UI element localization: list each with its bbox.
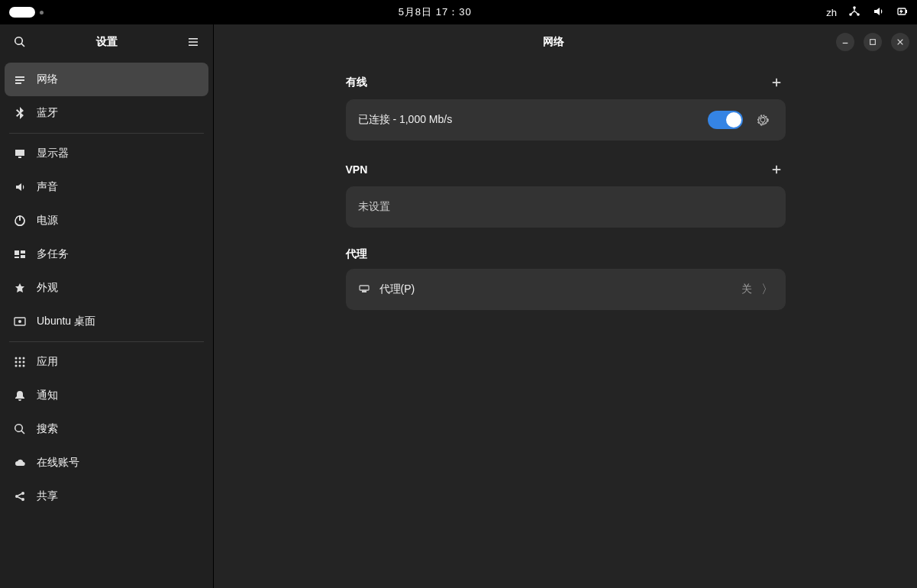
bell-icon	[14, 389, 26, 402]
multitask-icon	[14, 248, 26, 260]
chevron-right-icon: 〉	[761, 282, 773, 298]
sidebar-item-power[interactable]: 电源	[5, 204, 208, 237]
wired-title: 有线	[346, 76, 367, 89]
ime-indicator[interactable]: zh	[826, 7, 837, 18]
sidebar-item-sharing[interactable]: 共享	[5, 480, 208, 513]
sidebar-item-label: 网络	[37, 73, 58, 86]
sidebar-item-label: 显示器	[37, 147, 69, 160]
wired-section: 有线 已连接 - 1,000 Mb/s	[346, 73, 786, 141]
network-status-icon[interactable]	[848, 5, 860, 20]
sidebar-item-sound[interactable]: 声音	[5, 170, 208, 204]
vpn-section: VPN 未设置	[346, 160, 786, 228]
sidebar-item-label: 在线账号	[37, 456, 79, 470]
sidebar-item-accounts[interactable]: 在线账号	[5, 446, 208, 480]
activities-pill	[9, 7, 35, 18]
settings-sidebar: 设置 网络蓝牙显示器声音电源多任务外观Ubuntu 桌面应用通知搜索在线账号共享	[0, 24, 214, 588]
sidebar-item-search[interactable]: 搜索	[5, 412, 208, 446]
network-icon	[14, 73, 26, 86]
sidebar-item-label: 声音	[37, 180, 58, 194]
separator	[9, 133, 204, 134]
sidebar-item-display[interactable]: 显示器	[5, 137, 208, 170]
sidebar-item-label: 电源	[37, 214, 58, 228]
cloud-icon	[14, 457, 26, 469]
sidebar-item-apps[interactable]: 应用	[5, 345, 208, 379]
vpn-title: VPN	[346, 163, 368, 176]
search-button[interactable]	[8, 30, 32, 54]
apps-icon	[14, 356, 26, 368]
wired-status-text: 已连接 - 1,000 Mb/s	[358, 113, 699, 127]
proxy-label: 代理(P)	[379, 283, 732, 296]
content-pane: 网络 有线 已连接 - 1,000 Mb/s	[214, 24, 917, 588]
volume-status-icon[interactable]	[872, 5, 884, 20]
sidebar-item-label: 蓝牙	[37, 106, 58, 120]
sidebar-item-label: 共享	[37, 489, 58, 503]
sound-icon	[14, 181, 26, 193]
add-vpn-button[interactable]	[767, 160, 786, 179]
wired-connection-row: 已连接 - 1,000 Mb/s	[358, 99, 773, 141]
ubuntu-icon	[14, 315, 26, 328]
sidebar-title: 设置	[32, 35, 181, 49]
sidebar-item-appearance[interactable]: 外观	[5, 271, 208, 305]
sidebar-item-label: 外观	[37, 281, 58, 295]
sidebar-item-label: Ubuntu 桌面	[37, 315, 95, 328]
sidebar-item-multitask[interactable]: 多任务	[5, 237, 208, 271]
proxy-section: 代理 代理(P) 关 〉	[346, 247, 786, 310]
sidebar-item-label: 通知	[37, 389, 58, 402]
add-wired-button[interactable]	[767, 73, 786, 92]
sidebar-item-label: 应用	[37, 355, 58, 369]
proxy-status: 关	[741, 283, 752, 296]
activities-area[interactable]	[9, 7, 44, 18]
menu-button[interactable]	[181, 30, 205, 54]
wired-settings-button[interactable]	[752, 109, 773, 131]
maximize-button[interactable]	[864, 33, 882, 51]
appearance-icon	[14, 282, 26, 294]
power-icon	[14, 215, 26, 227]
share-icon	[14, 490, 26, 502]
top-bar: 5月8日 17：30 zh	[0, 0, 917, 24]
sidebar-item-ubuntu[interactable]: Ubuntu 桌面	[5, 305, 208, 338]
display-icon	[14, 147, 26, 160]
sidebar-item-label: 搜索	[37, 422, 58, 436]
sidebar-item-bluetooth[interactable]: 蓝牙	[5, 96, 208, 130]
battery-status-icon[interactable]	[896, 5, 908, 20]
search-icon	[14, 423, 26, 435]
proxy-icon	[358, 283, 370, 296]
proxy-title: 代理	[346, 247, 367, 261]
sidebar-item-notifications[interactable]: 通知	[5, 379, 208, 412]
bluetooth-icon	[14, 107, 26, 119]
separator	[9, 341, 204, 342]
sidebar-item-network[interactable]: 网络	[5, 63, 208, 96]
sidebar-item-label: 多任务	[37, 247, 69, 261]
minimize-button[interactable]	[836, 33, 854, 51]
vpn-status-text: 未设置	[358, 200, 773, 214]
clock[interactable]: 5月8日 17：30	[44, 5, 826, 19]
proxy-row[interactable]: 代理(P) 关 〉	[358, 269, 773, 310]
close-button[interactable]	[891, 33, 909, 51]
page-title: 网络	[283, 35, 824, 49]
wired-toggle[interactable]	[708, 111, 743, 129]
vpn-row: 未设置	[358, 186, 773, 228]
